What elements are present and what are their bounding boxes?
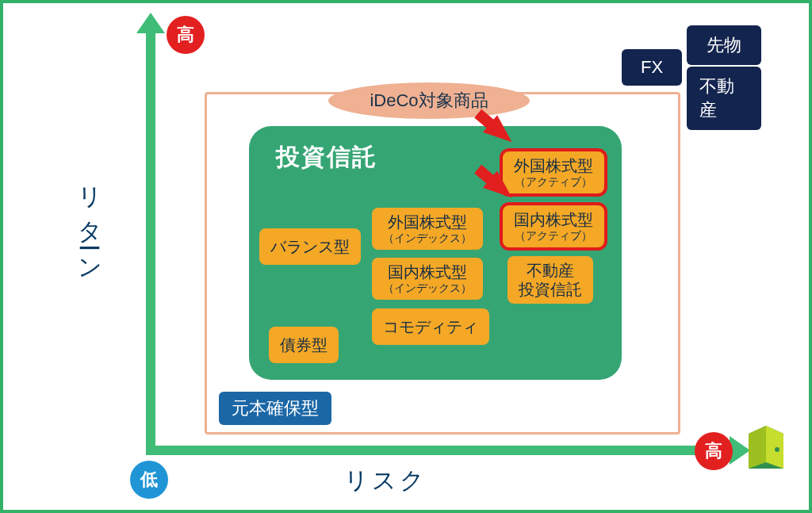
x-high-badge: 高	[695, 432, 733, 470]
chip-foreign-stock-index: 外国株式型 （インデックス）	[372, 208, 483, 250]
y-high-badge: 高	[167, 16, 205, 54]
chip-domestic-stock-active: 国内株式型 （アクティブ）	[500, 202, 607, 251]
investment-trust-title: 投資信託	[276, 141, 377, 174]
chip-principal-guaranteed: 元本確保型	[219, 392, 331, 425]
chip-title: 国内株式型	[388, 262, 467, 281]
chip-title: 外国株式型	[514, 156, 593, 175]
x-axis-label: リスク	[344, 465, 427, 497]
chip-bond: 債券型	[269, 327, 339, 363]
origin-low-badge: 低	[130, 461, 168, 499]
x-axis	[146, 446, 733, 455]
chip-balance: バランス型	[259, 228, 361, 265]
ideco-label: iDeCo対象商品	[328, 82, 530, 119]
chip-line2: 投資信託	[519, 280, 582, 299]
chip-commodity: コモディティ	[372, 308, 489, 345]
chip-futures: 先物	[687, 25, 761, 65]
chip-sub: （アクティブ）	[515, 175, 592, 189]
chip-reit: 不動産 投資信託	[508, 256, 593, 304]
y-axis	[146, 30, 155, 450]
svg-point-3	[775, 447, 779, 452]
svg-marker-2	[749, 426, 766, 469]
chip-sub: （インデックス）	[383, 281, 472, 295]
chip-realestate: 不動産	[687, 67, 761, 130]
chip-title: 外国株式型	[388, 212, 467, 232]
y-axis-label: リターン	[73, 170, 105, 276]
chip-sub: （インデックス）	[383, 232, 472, 245]
chip-domestic-stock-index: 国内株式型 （インデックス）	[372, 258, 483, 300]
chip-line1: 不動産	[527, 261, 574, 280]
chip-title: 国内株式型	[514, 210, 593, 229]
chip-fx: FX	[622, 49, 682, 86]
door-icon	[745, 424, 787, 470]
svg-marker-1	[766, 426, 783, 469]
chip-sub: （アクティブ）	[515, 229, 592, 243]
